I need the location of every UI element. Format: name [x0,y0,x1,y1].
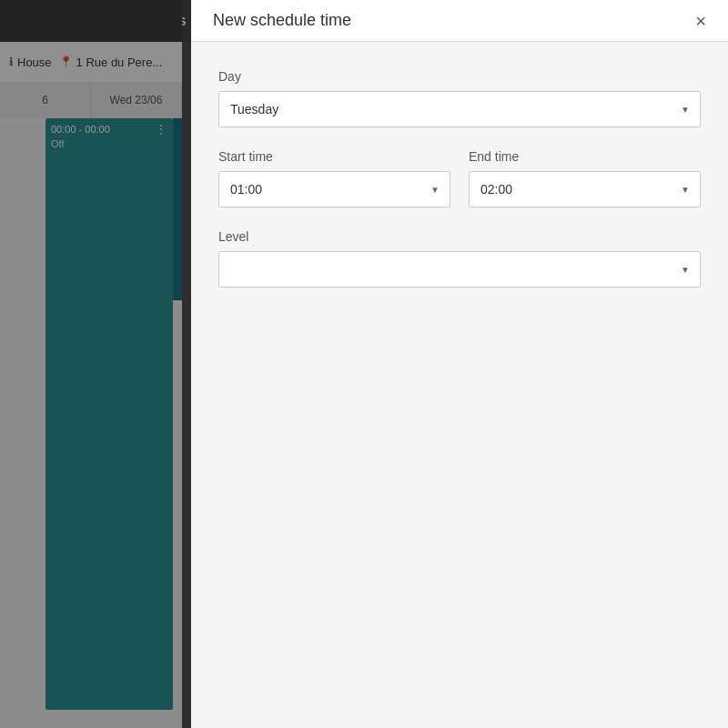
level-field-group: Level [218,229,701,288]
level-select-wrapper [218,251,701,288]
modal-close-button[interactable]: × [695,12,706,30]
end-time-label: End time [469,149,701,164]
level-label: Level [218,229,701,244]
day-select-wrapper: Tuesday Monday Wednesday Thursday Friday… [218,91,701,127]
end-time-select-wrapper: 02:00 00:00 01:00 03:00 [469,171,701,207]
start-time-select-wrapper: 01:00 00:00 02:00 03:00 [218,171,450,207]
start-time-label: Start time [218,149,450,164]
day-field-group: Day Tuesday Monday Wednesday Thursday Fr… [218,69,701,127]
end-time-field-group: End time 02:00 00:00 01:00 03:00 [469,149,701,207]
day-label: Day [218,69,701,84]
start-time-select[interactable]: 01:00 00:00 02:00 03:00 [218,171,450,207]
time-fields-row: Start time 01:00 00:00 02:00 03:00 End t… [218,149,701,229]
modal-body: Day Tuesday Monday Wednesday Thursday Fr… [191,42,728,728]
new-schedule-modal: New schedule time × Day Tuesday Monday W… [191,0,728,728]
modal-header: New schedule time × [191,0,728,42]
day-select[interactable]: Tuesday Monday Wednesday Thursday Friday… [218,91,701,127]
start-time-field-group: Start time 01:00 00:00 02:00 03:00 [218,149,450,207]
modal-title: New schedule time [213,11,351,30]
end-time-select[interactable]: 02:00 00:00 01:00 03:00 [469,171,701,207]
level-select[interactable] [218,251,701,288]
